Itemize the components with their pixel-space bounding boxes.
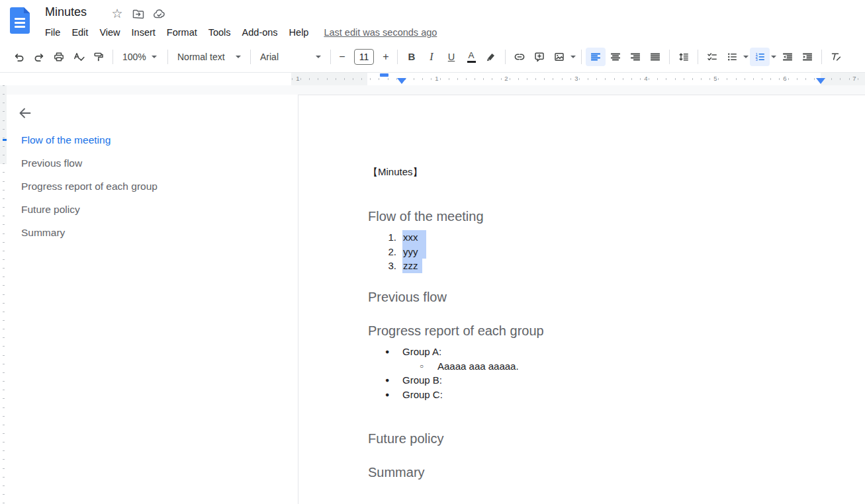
outline-item-summary[interactable]: Summary (21, 227, 65, 239)
document-title[interactable]: Minutes (45, 5, 87, 19)
increase-font-size-button[interactable]: + (379, 48, 393, 65)
doc-heading-flow[interactable]: Flow of the meeting (368, 208, 484, 225)
text-color-button[interactable]: A (461, 48, 481, 66)
selected-text[interactable]: zzz (402, 259, 422, 273)
menu-tools[interactable]: Tools (208, 27, 231, 38)
doc-heading-future[interactable]: Future policy (368, 430, 444, 447)
zoom-select[interactable]: 100% (117, 48, 163, 66)
bullet-list-item[interactable]: ● Group B: (368, 373, 699, 388)
bullet-list-item[interactable]: ● Group C: (368, 388, 699, 402)
menu-help[interactable]: Help (289, 27, 309, 38)
ruler-number: 2 (503, 75, 509, 82)
paragraph-style-select[interactable]: Normal text (172, 48, 246, 66)
ruler-number: 1 (433, 75, 439, 82)
toolbar-divider (698, 50, 698, 64)
bullet-icon: ● (385, 345, 389, 359)
numbered-list-item[interactable]: 2. yyy (368, 245, 699, 259)
bulleted-list-dropdown[interactable] (742, 48, 750, 66)
selected-text[interactable]: yyy (402, 245, 426, 259)
bulleted-list-button[interactable] (722, 48, 742, 66)
align-right-button[interactable] (625, 48, 645, 66)
insert-link-button[interactable] (510, 48, 529, 66)
line-spacing-button[interactable] (674, 48, 694, 66)
move-folder-icon[interactable] (131, 7, 146, 21)
increase-indent-button[interactable] (797, 48, 817, 66)
doc-intro-line[interactable]: 【Minutes】 (368, 165, 423, 179)
paint-format-button[interactable] (89, 48, 109, 66)
menu-addons[interactable]: Add-ons (242, 27, 278, 38)
decrease-indent-button[interactable] (778, 48, 797, 66)
chevron-down-icon (570, 56, 576, 58)
align-center-button[interactable] (606, 48, 625, 66)
numbered-list-item[interactable]: 3. zzz (368, 259, 699, 273)
selected-text[interactable]: xxx (402, 230, 426, 245)
right-indent-marker[interactable] (816, 78, 825, 84)
toolbar-divider (821, 50, 822, 64)
document-canvas: Flow of the meeting Previous flow Progre… (0, 85, 865, 504)
numbered-list-item[interactable]: 1. xxx (368, 230, 699, 245)
menu-file[interactable]: File (45, 27, 60, 38)
menu-edit[interactable]: Edit (71, 27, 88, 38)
checklist-button[interactable] (702, 48, 722, 66)
numbered-list-dropdown[interactable] (770, 48, 778, 66)
chevron-down-icon (743, 56, 749, 58)
docs-logo-icon[interactable] (10, 7, 30, 34)
menu-format[interactable]: Format (167, 27, 197, 38)
font-size-input[interactable]: 11 (354, 49, 374, 65)
add-comment-button[interactable] (529, 48, 549, 66)
ruler-number: 3 (573, 75, 579, 82)
star-icon[interactable]: ☆ (110, 7, 124, 21)
vertical-ruler[interactable] (0, 85, 7, 504)
spellcheck-button[interactable] (69, 48, 89, 66)
doc-heading-previous[interactable]: Previous flow (368, 288, 447, 306)
insert-image-button[interactable] (549, 48, 569, 66)
close-outline-button[interactable] (17, 105, 34, 122)
chevron-down-icon (152, 56, 157, 58)
cloud-status-icon[interactable] (152, 7, 167, 21)
toolbar-divider (113, 50, 113, 64)
bold-button[interactable]: B (402, 48, 422, 66)
print-button[interactable] (49, 48, 69, 66)
svg-text:3: 3 (755, 58, 758, 62)
list-number: 2. (368, 245, 396, 259)
ruler-number: 7 (851, 75, 857, 82)
highlight-color-button[interactable] (481, 48, 501, 66)
insert-image-dropdown[interactable] (569, 48, 577, 66)
bullet-list-subitem[interactable]: ○ Aaaaa aaa aaaaa. (368, 359, 699, 374)
outline-item-flow-of-the-meeting[interactable]: Flow of the meeting (21, 134, 111, 146)
redo-button[interactable] (29, 48, 49, 66)
doc-heading-progress[interactable]: Progress report of each group (368, 322, 544, 339)
google-docs-window: Minutes ☆ File Edit View Insert Format T… (0, 0, 865, 504)
ruler-number: 1 (295, 75, 300, 82)
outline-item-progress-report[interactable]: Progress report of each group (21, 181, 158, 192)
list-number: 3. (368, 259, 396, 273)
toolbar-divider (167, 50, 168, 64)
bullet-list-item[interactable]: ● Group A: (368, 345, 699, 359)
list-number: 1. (368, 230, 396, 245)
outline-item-previous-flow[interactable]: Previous flow (21, 157, 82, 169)
menu-view[interactable]: View (99, 27, 120, 38)
italic-button[interactable]: I (422, 48, 441, 66)
chevron-down-icon (316, 56, 321, 58)
decrease-font-size-button[interactable]: − (335, 48, 349, 65)
outline-item-future-policy[interactable]: Future policy (21, 204, 80, 216)
font-select[interactable]: Arial (255, 48, 326, 66)
document-page[interactable]: 【Minutes】 Flow of the meeting 1. xxx 2. … (298, 95, 865, 504)
top-bar: Minutes ☆ File Edit View Insert Format T… (0, 0, 865, 41)
undo-button[interactable] (9, 48, 29, 66)
underline-button[interactable]: U (441, 48, 461, 66)
menu-insert[interactable]: Insert (132, 27, 156, 38)
justify-button[interactable] (645, 48, 665, 66)
menu-bar: File Edit View Insert Format Tools Add-o… (45, 27, 437, 38)
last-edit-link[interactable]: Last edit was seconds ago (324, 27, 437, 38)
doc-heading-summary[interactable]: Summary (368, 464, 425, 481)
numbered-list-button[interactable]: 1 2 3 (750, 48, 770, 66)
align-left-button[interactable] (586, 48, 606, 66)
font-size-control: − 11 + (335, 48, 393, 65)
toolbar-divider (330, 50, 331, 64)
clear-formatting-button[interactable] (826, 48, 846, 66)
hollow-bullet-icon: ○ (420, 359, 424, 374)
horizontal-ruler[interactable]: 1 1 2 3 4 5 6 7 (0, 73, 865, 85)
first-line-indent-marker[interactable] (380, 73, 388, 77)
left-indent-marker[interactable] (397, 78, 406, 84)
